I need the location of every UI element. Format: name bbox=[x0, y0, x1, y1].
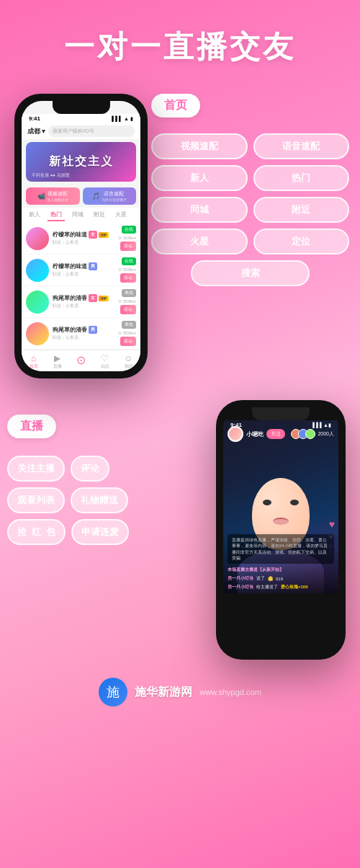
feature-location[interactable]: 定位 bbox=[253, 229, 350, 254]
feature-search[interactable]: 搜索 bbox=[191, 260, 310, 286]
chat-button[interactable]: 搭讪 bbox=[120, 242, 136, 251]
chat-button[interactable]: 搭讪 bbox=[120, 305, 136, 314]
tab-nearby[interactable]: 附近 bbox=[91, 209, 108, 221]
battery-icon: ▮ bbox=[130, 116, 133, 122]
user-detail: 职业：公务员 bbox=[53, 271, 114, 278]
chat-content: 送了 bbox=[256, 575, 265, 582]
avatar bbox=[26, 291, 49, 314]
watermark-section: 施 施华新游网 www.shypgd.com bbox=[0, 667, 360, 714]
feature-voice-match[interactable]: 语音速配 bbox=[253, 133, 350, 159]
nav-home[interactable]: ⌂ 首页 bbox=[22, 353, 45, 370]
feature-mars[interactable]: 火星 bbox=[151, 229, 248, 254]
live-icon: ▶ bbox=[45, 353, 69, 363]
user-name: 狗尾草的清香 男 bbox=[53, 326, 114, 334]
chat-coin-icon: 🪙 bbox=[268, 576, 273, 581]
live-time: 9:41 bbox=[230, 422, 242, 428]
category-tabs: 新人 热门 同城 附近 火星 bbox=[22, 208, 140, 223]
tag: 男 bbox=[89, 326, 97, 334]
chat-message-3: 另一只小叮当 给主播送了 爱心玫瑰×100 bbox=[228, 584, 334, 590]
live-bottom-overlay: 直播提供绿色直播，严谨涉政、涉恐、涉黄、黄公事事，避免等内容，请勿24小时直播，… bbox=[223, 531, 338, 594]
status-bar-1: 9:41 ▌▌▌ ▲ ▮ bbox=[22, 114, 140, 123]
user-status: 离线 ⊙ 500km 搭讪 bbox=[118, 321, 136, 346]
distance: ⊙ 500km bbox=[118, 267, 136, 272]
avatar bbox=[26, 259, 49, 282]
online-badge: 在线 bbox=[122, 226, 136, 234]
tag: 女 bbox=[89, 294, 97, 302]
nav-live-label: 直播 bbox=[53, 364, 62, 368]
tab-mars[interactable]: 火星 bbox=[112, 209, 130, 221]
feature-row-3: 抢 红 包 申请连麦 bbox=[7, 519, 129, 545]
nav-match[interactable]: ⊙ bbox=[69, 353, 93, 370]
phone-notch-2 bbox=[252, 407, 310, 420]
feature-redpacket[interactable]: 抢 红 包 bbox=[7, 519, 66, 545]
feature-hot[interactable]: 热门 bbox=[253, 165, 350, 191]
user-detail: 职业：公务员 bbox=[53, 335, 114, 341]
tab-hot[interactable]: 热门 bbox=[48, 209, 65, 221]
feature-grid: 视频速配 语音速配 新人 热门 同城 附近 火星 定位 搜索 bbox=[151, 133, 349, 286]
app-banner: 新社交主义 不阿鱼腐 ●● 花频繁 bbox=[26, 142, 136, 182]
video-match-btn[interactable]: 📹 视频速配 美人视频交友 bbox=[26, 187, 80, 205]
user-detail: 职业：公务员 bbox=[53, 239, 114, 246]
heart-icon: ♥ bbox=[329, 518, 335, 530]
bottom-navigation: ⌂ 首页 ▶ 直播 ⊙ ♡ 动态 ☺ 我的 bbox=[22, 350, 140, 371]
user-info: 柠檬草的味道 男 职业：公务员 bbox=[53, 262, 114, 278]
streamer-name: 小嗯吃 bbox=[246, 430, 264, 438]
brand-logo: 施 bbox=[99, 678, 127, 707]
distance: ⊙ 500km bbox=[118, 298, 136, 304]
chat-username-3: 另一只小叮当 bbox=[228, 584, 253, 590]
voice-match-btn[interactable]: 🎵 语音速配 与对方语音聊天 bbox=[83, 187, 137, 205]
chat-content-3: 给主播送了 bbox=[256, 584, 278, 590]
user-name: 柠檬草的味道 男 bbox=[53, 262, 114, 270]
nav-feed[interactable]: ♡ 动态 bbox=[93, 353, 117, 370]
tab-samecity[interactable]: 同城 bbox=[69, 209, 86, 221]
nav-profile[interactable]: ☺ 我的 bbox=[117, 353, 140, 370]
feature-newuser[interactable]: 新人 bbox=[151, 165, 248, 191]
brand-url: www.shypgd.com bbox=[199, 688, 261, 696]
phone-mockup-1: 9:41 ▌▌▌ ▲ ▮ 成都 ▾ 搜索用户昵称/ID号 新社交主义 bbox=[14, 94, 148, 378]
coin-amount: 019 bbox=[276, 577, 283, 581]
user-info: 狗尾草的清香 男 职业：公务员 bbox=[53, 326, 114, 341]
hero-section: 一对一直播交友 bbox=[0, 0, 360, 79]
location-button[interactable]: 成都 ▾ bbox=[27, 127, 45, 136]
live-screen: 9:41 ▌▌▌▲▮ 小嗯吃 bbox=[223, 407, 338, 652]
chat-button[interactable]: 搭讪 bbox=[120, 337, 136, 346]
offline-badge: 离线 bbox=[122, 289, 136, 297]
table-row: 柠檬草的味道 男 职业：公务员 在线 ⊙ 500km 搭讪 bbox=[22, 254, 140, 286]
section1-badge: 首页 bbox=[151, 94, 200, 118]
chat-button[interactable]: 搭讪 bbox=[120, 273, 136, 283]
user-detail: 职业：公务员 bbox=[53, 303, 114, 309]
gift-name: 爱心玫瑰×100 bbox=[281, 584, 308, 590]
tag: 男 bbox=[89, 262, 97, 270]
feature-comment[interactable]: 评论 bbox=[71, 456, 109, 482]
feature-gift[interactable]: 礼物赠送 bbox=[71, 487, 128, 513]
feature-linkmic[interactable]: 申请连麦 bbox=[71, 519, 129, 545]
search-placeholder: 搜索用户昵称/ID号 bbox=[53, 128, 94, 133]
nav-home-label: 首页 bbox=[30, 364, 38, 368]
feature-nearby[interactable]: 附近 bbox=[253, 197, 350, 223]
live-status-bar: 9:41 ▌▌▌▲▮ bbox=[223, 420, 338, 430]
video-icon: 📹 bbox=[37, 192, 45, 200]
chat-username-2: 另一只小叮当 bbox=[228, 575, 253, 582]
search-bar[interactable]: 搜索用户昵称/ID号 bbox=[48, 125, 135, 137]
nav-live[interactable]: ▶ 直播 bbox=[45, 353, 69, 370]
phone-screen-1: 9:41 ▌▌▌ ▲ ▮ 成都 ▾ 搜索用户昵称/ID号 新社交主义 bbox=[22, 101, 140, 371]
feature-samecity[interactable]: 同城 bbox=[151, 197, 248, 223]
feature-follow-host[interactable]: 关注主播 bbox=[7, 456, 65, 482]
video-sublabel: 美人视频交友 bbox=[47, 198, 68, 202]
live-background: 小嗯吃 关注 2000人 ♥ ♥ ♥ bbox=[223, 420, 338, 593]
tab-newuser[interactable]: 新人 bbox=[26, 209, 43, 221]
chat-message-2: 另一只小叮当 送了 🪙 019 bbox=[228, 575, 334, 582]
live-notice: 直播提供绿色直播，严谨涉政、涉恐、涉黄、黄公事事，避免等内容，请勿24小时直播，… bbox=[228, 534, 334, 564]
voice-match-label: 语音速配 bbox=[102, 190, 127, 198]
feature-video-match[interactable]: 视频速配 bbox=[151, 133, 248, 159]
notice-text: 直播提供绿色直播，严谨涉政、涉恐、涉黄、黄公事事，避免等内容，请勿24小时直播，… bbox=[232, 537, 330, 562]
phone-notch bbox=[53, 101, 110, 114]
voice-icon: 🎵 bbox=[92, 192, 100, 200]
follow-button[interactable]: 关注 bbox=[266, 429, 285, 439]
user-name: 狗尾草的清香 女 VIP bbox=[53, 294, 114, 302]
voice-sublabel: 与对方语音聊天 bbox=[102, 198, 127, 202]
quick-buttons: 📹 视频速配 美人视频交友 🎵 语音速配 与对方语音聊天 bbox=[22, 185, 140, 208]
feature-view-list[interactable]: 观看列表 bbox=[7, 487, 65, 513]
online-badge: 在线 bbox=[122, 257, 136, 265]
live-signal: ▌▌▌▲▮ bbox=[312, 422, 331, 428]
